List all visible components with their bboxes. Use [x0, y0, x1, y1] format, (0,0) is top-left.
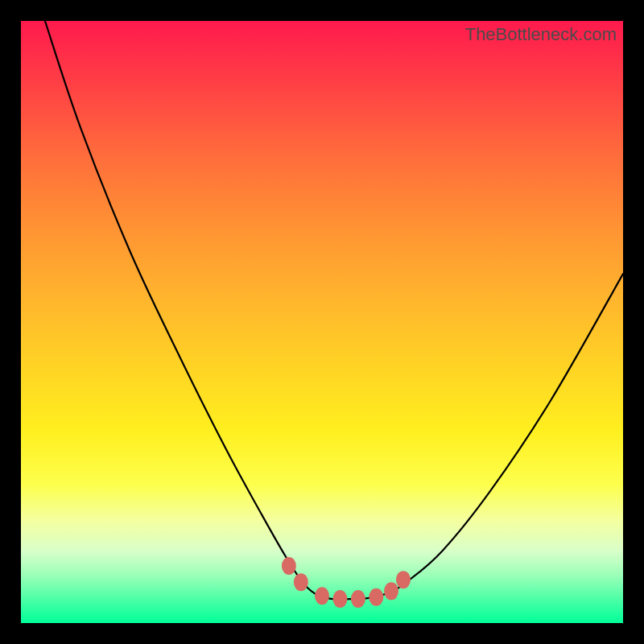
marker-point — [315, 587, 329, 605]
chart-svg — [21, 21, 623, 623]
plot-area: TheBottleneck.com — [21, 21, 623, 623]
marker-point — [294, 573, 308, 591]
marker-point — [351, 590, 365, 608]
marker-point — [332, 590, 347, 608]
chart-frame: TheBottleneck.com — [0, 0, 644, 644]
highlight-markers — [282, 557, 411, 608]
marker-point — [384, 582, 398, 600]
marker-point — [396, 571, 411, 588]
marker-point — [369, 588, 383, 606]
marker-point — [282, 557, 296, 575]
bottleneck-curve — [45, 21, 623, 599]
